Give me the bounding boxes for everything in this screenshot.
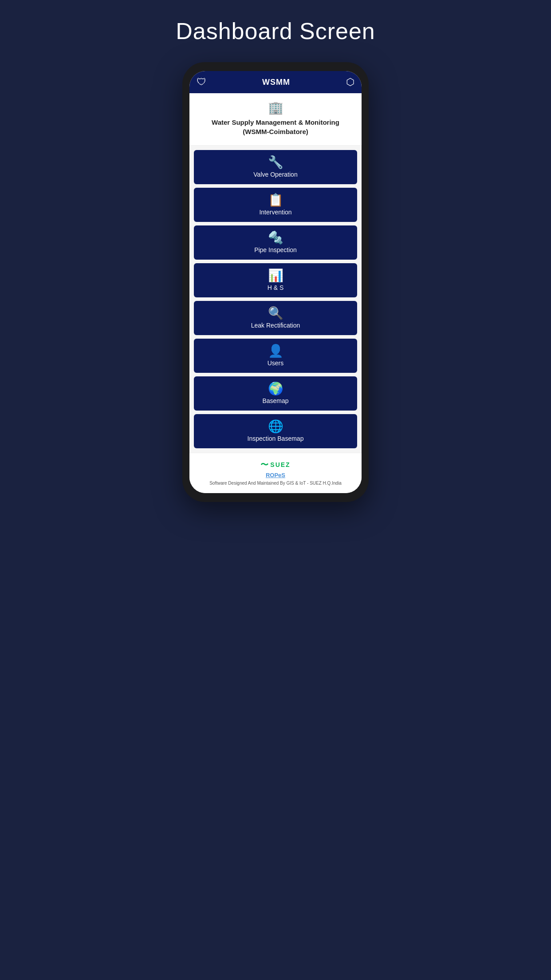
suez-label: SUEZ	[270, 461, 290, 468]
inspection-basemap-icon: 🌐	[268, 420, 283, 433]
h-and-s-label: H & S	[268, 284, 284, 291]
pipe-inspection-icon: 🔩	[268, 232, 283, 244]
phone-frame: 🛡 WSMM ⬡ 🏢 Water Supply Management & Mon…	[182, 62, 369, 502]
users-icon: 👤	[268, 345, 283, 357]
app-footer: 〜 SUEZ ROPeS Software Designed And Maint…	[189, 453, 362, 493]
app-header-text: Water Supply Management & Monitoring(WSM…	[198, 118, 353, 136]
menu-list: 🔧 Valve Operation 📋 Intervention 🔩 Pipe …	[189, 146, 362, 453]
header-icon: 🏢	[198, 100, 353, 115]
menu-item-inspection-basemap[interactable]: 🌐 Inspection Basemap	[194, 414, 357, 448]
valve-operation-icon: 🔧	[268, 156, 283, 169]
top-bar: 🛡 WSMM ⬡	[189, 71, 362, 93]
menu-item-pipe-inspection[interactable]: 🔩 Pipe Inspection	[194, 225, 357, 260]
menu-item-h-and-s[interactable]: 📊 H & S	[194, 263, 357, 297]
h-and-s-icon: 📊	[268, 269, 283, 282]
menu-item-leak-rectification[interactable]: 🔍 Leak Rectification	[194, 301, 357, 335]
footer-copyright: Software Designed And Maintained By GIS …	[194, 480, 357, 486]
pipe-inspection-label: Pipe Inspection	[254, 246, 297, 253]
menu-item-intervention[interactable]: 📋 Intervention	[194, 188, 357, 222]
menu-item-basemap[interactable]: 🌍 Basemap	[194, 376, 357, 411]
leak-rectification-icon: 🔍	[268, 307, 283, 320]
logout-icon[interactable]: ⬡	[346, 76, 354, 88]
users-label: Users	[268, 360, 284, 367]
valve-operation-label: Valve Operation	[253, 171, 297, 178]
menu-item-valve-operation[interactable]: 🔧 Valve Operation	[194, 150, 357, 184]
suez-logo: 〜 SUEZ	[194, 459, 357, 470]
menu-item-users[interactable]: 👤 Users	[194, 339, 357, 373]
basemap-icon: 🌍	[268, 383, 283, 395]
ropes-link[interactable]: ROPeS	[194, 472, 357, 478]
intervention-icon: 📋	[268, 194, 283, 206]
inspection-basemap-label: Inspection Basemap	[248, 435, 304, 442]
app-title: WSMM	[262, 78, 290, 87]
leak-rectification-label: Leak Rectification	[251, 322, 300, 329]
suez-wave-icon: 〜	[260, 459, 268, 470]
page-title: Dashboard Screen	[176, 18, 375, 44]
intervention-label: Intervention	[259, 209, 291, 216]
phone-inner: 🛡 WSMM ⬡ 🏢 Water Supply Management & Mon…	[189, 71, 362, 493]
app-header: 🏢 Water Supply Management & Monitoring(W…	[189, 93, 362, 146]
basemap-label: Basemap	[262, 397, 288, 404]
shield-icon: 🛡	[197, 76, 206, 88]
